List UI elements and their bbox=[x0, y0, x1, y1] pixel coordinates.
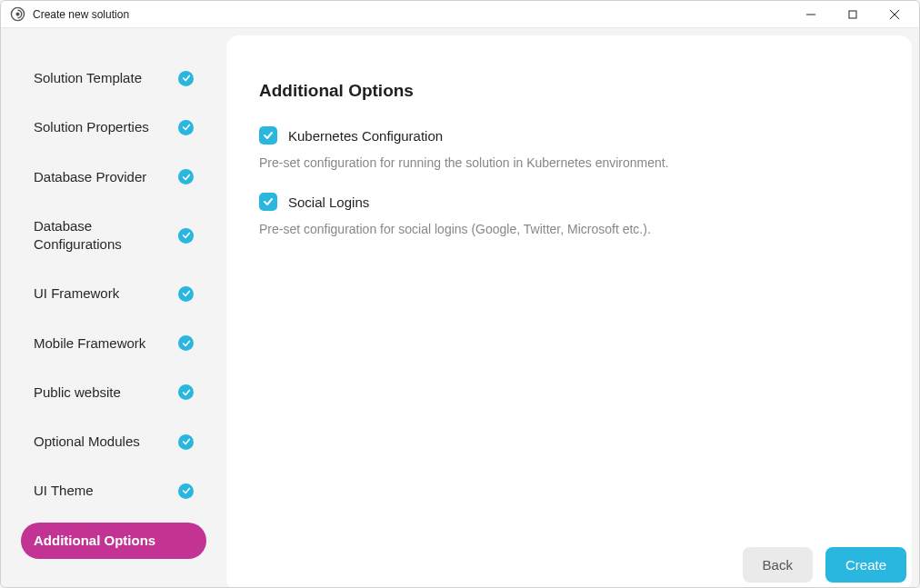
check-icon bbox=[178, 71, 194, 86]
option-description: Pre-set configuration for running the so… bbox=[259, 154, 879, 173]
sidebar-item[interactable]: UI Framework bbox=[21, 275, 206, 312]
check-icon bbox=[178, 286, 194, 302]
svg-point-1 bbox=[16, 13, 19, 15]
sidebar-item[interactable]: Public website bbox=[21, 374, 206, 411]
check-icon bbox=[178, 483, 194, 499]
option-description: Pre-set configuration for social logins … bbox=[259, 220, 879, 239]
check-icon bbox=[178, 169, 194, 184]
sidebar-item[interactable]: Solution Properties bbox=[21, 109, 206, 145]
option-row: Social Logins bbox=[259, 193, 879, 211]
options-container: Kubernetes ConfigurationPre-set configur… bbox=[259, 126, 879, 239]
sidebar-item-label: Solution Properties bbox=[34, 118, 178, 136]
back-button[interactable]: Back bbox=[743, 547, 813, 583]
check-icon bbox=[178, 335, 194, 351]
sidebar-item[interactable]: Database Provider bbox=[21, 159, 206, 195]
create-button[interactable]: Create bbox=[825, 547, 906, 583]
footer: Back Create bbox=[743, 547, 906, 583]
sidebar-item[interactable]: Mobile Framework bbox=[21, 325, 206, 362]
sidebar-item[interactable]: Solution Template bbox=[21, 60, 206, 96]
sidebar-item[interactable]: UI Theme bbox=[21, 473, 206, 509]
sidebar-item-label: Additional Options bbox=[34, 532, 194, 550]
minimize-button[interactable] bbox=[790, 1, 832, 28]
check-icon bbox=[178, 228, 194, 244]
svg-rect-3 bbox=[849, 11, 856, 18]
sidebar-item-label: Optional Modules bbox=[34, 433, 178, 451]
sidebar-item-label: Public website bbox=[34, 384, 178, 402]
sidebar-item-label: UI Theme bbox=[34, 482, 178, 500]
maximize-button[interactable] bbox=[832, 1, 874, 28]
close-button[interactable] bbox=[874, 1, 915, 28]
option-block: Social LoginsPre-set configuration for s… bbox=[259, 193, 879, 239]
sidebar: Solution TemplateSolution PropertiesData… bbox=[1, 28, 226, 588]
checkbox[interactable] bbox=[259, 126, 277, 145]
check-icon bbox=[178, 120, 194, 135]
sidebar-item-label: Mobile Framework bbox=[34, 334, 178, 353]
window-title: Create new solution bbox=[33, 8, 129, 21]
option-label: Kubernetes Configuration bbox=[288, 128, 443, 144]
content-area: Solution TemplateSolution PropertiesData… bbox=[1, 28, 919, 588]
page-title: Additional Options bbox=[259, 81, 879, 101]
sidebar-item-label: Database Provider bbox=[34, 168, 178, 186]
option-row: Kubernetes Configuration bbox=[259, 126, 879, 145]
checkbox[interactable] bbox=[259, 193, 277, 211]
check-icon bbox=[178, 384, 194, 400]
option-label: Social Logins bbox=[288, 194, 369, 210]
check-icon bbox=[178, 434, 194, 450]
titlebar: Create new solution bbox=[1, 1, 919, 28]
main-panel: Additional Options Kubernetes Configurat… bbox=[226, 35, 912, 588]
option-block: Kubernetes ConfigurationPre-set configur… bbox=[259, 126, 879, 173]
sidebar-item[interactable]: Additional Options bbox=[21, 523, 206, 559]
sidebar-item[interactable]: Database Configurations bbox=[21, 208, 206, 264]
window-controls bbox=[790, 1, 915, 28]
app-icon bbox=[10, 6, 25, 22]
sidebar-item[interactable]: Optional Modules bbox=[21, 424, 206, 460]
sidebar-item-label: Database Configurations bbox=[34, 217, 178, 254]
sidebar-item-label: UI Framework bbox=[34, 284, 178, 303]
sidebar-item-label: Solution Template bbox=[34, 69, 178, 87]
